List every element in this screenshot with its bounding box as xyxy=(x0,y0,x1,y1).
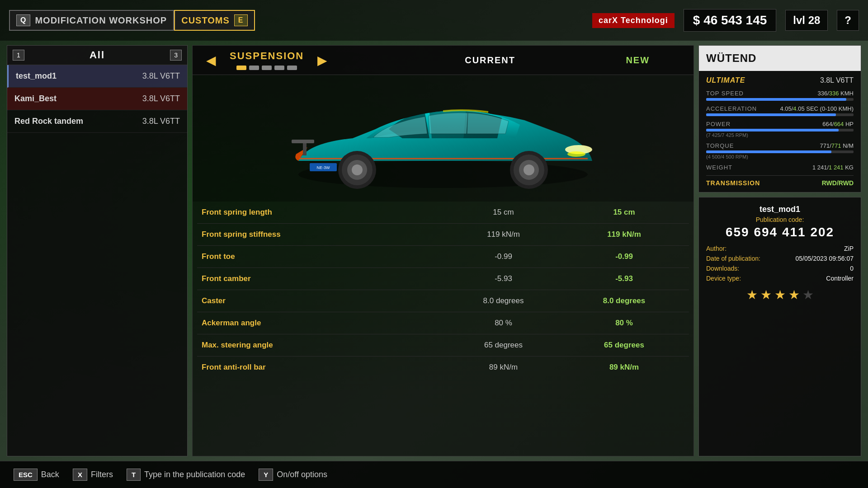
stat-new: 119 kN/m xyxy=(564,230,684,239)
stat-new: 89 kN/m xyxy=(564,363,684,372)
stat-bar-fill xyxy=(706,129,839,131)
stat-line-header: WEIGHT 1 241/1 241 KG xyxy=(706,164,854,171)
svg-rect-11 xyxy=(303,142,307,155)
stat-current: 8.0 degrees xyxy=(443,296,564,305)
stat-bar-fill xyxy=(706,98,846,101)
stat-row: Ackerman angle 80 % 80 % xyxy=(197,312,689,334)
engine-badge: 3.8L V6TT xyxy=(820,76,854,84)
car-list-item[interactable]: Kami_Best3.8L V6TT xyxy=(7,88,187,110)
money-display: $ 46 543 145 xyxy=(684,9,777,32)
stat-label: Front toe xyxy=(202,252,443,261)
level-value: lvl 28 xyxy=(793,14,820,26)
stat-bar-bg xyxy=(706,129,854,131)
center-panel: ◀ SUSPENSION ▶ CURRENT NEW xyxy=(192,45,694,456)
money-value: $ 46 543 145 xyxy=(693,13,767,27)
pub-downloads-row: Downloads: 0 xyxy=(706,265,854,272)
stat-row: Max. steering angle 65 degrees 65 degree… xyxy=(197,334,689,357)
car-name: Red Rock tandem xyxy=(14,117,83,126)
suspension-prev-button[interactable]: ◀ xyxy=(202,53,221,68)
pub-downloads-label: Downloads: xyxy=(706,265,739,272)
car-name: test_mod1 xyxy=(16,71,57,81)
car-image-area: NE-3W xyxy=(193,75,693,202)
level-display: lvl 28 xyxy=(785,10,828,31)
stat-line-name: TOP SPEED xyxy=(706,90,744,97)
stat-line-header: TORQUE 771/771 N/M xyxy=(706,142,854,149)
car-list: test_mod13.8L V6TTKami_Best3.8L V6TTRed … xyxy=(7,65,187,456)
car-engine: 3.8L V6TT xyxy=(142,117,180,126)
bottom-key: Y xyxy=(259,469,273,481)
stat-current: 119 kN/m xyxy=(443,230,564,239)
bottom-action-label: Type in the publication code xyxy=(144,470,245,479)
stat-bar-bg xyxy=(706,150,854,153)
car-list-item[interactable]: Red Rock tandem3.8L V6TT xyxy=(7,110,187,133)
stat-label: Caster xyxy=(202,296,443,305)
stat-current: 65 degrees xyxy=(443,341,564,350)
stat-new: -5.93 xyxy=(564,274,684,283)
workshop-nav-btn[interactable]: Q MODIFICATION WORKSHOP xyxy=(9,10,174,31)
stat-line-value: 1 241/1 241 KG xyxy=(812,164,854,171)
top-right-area: carX Technologi $ 46 543 145 lvl 28 ? xyxy=(592,9,859,32)
stat-new: 8.0 degrees xyxy=(564,296,684,305)
pub-mod-name: test_mod1 xyxy=(706,205,854,214)
help-button[interactable]: ? xyxy=(837,10,859,31)
stat-line-name: WEIGHT xyxy=(706,164,732,171)
stat-new: 15 cm xyxy=(564,208,684,217)
car-engine: 3.8L V6TT xyxy=(142,94,180,103)
stat-line-sub: (7 425/7 425 RPM) xyxy=(706,132,854,138)
suspension-dot xyxy=(287,66,297,70)
bottom-action[interactable]: ESCBack xyxy=(14,469,59,481)
stat-line-header: TOP SPEED 336/336 KMH xyxy=(706,90,854,97)
suspension-dot xyxy=(274,66,284,70)
car-name-display: WÜTEND xyxy=(699,46,861,71)
right-stats-container: TOP SPEED 336/336 KMH ACCELERATION 4.05/… xyxy=(706,90,854,171)
stat-current: -0.99 xyxy=(443,252,564,261)
stat-line-name: ACCELERATION xyxy=(706,105,757,112)
bottom-action[interactable]: YOn/off options xyxy=(259,469,327,481)
transmission-value: RWD/RWD xyxy=(822,179,854,187)
stat-line-name: POWER xyxy=(706,121,731,127)
bottom-action[interactable]: TType in the publication code xyxy=(127,469,245,481)
stat-line-value: 4.05/4.05 SEC (0-100 KMH) xyxy=(780,105,854,112)
col-current-header: CURRENT xyxy=(443,55,537,66)
suspension-dot xyxy=(262,66,272,70)
stat-row: Front toe -0.99 -0.99 xyxy=(197,246,689,268)
bottom-bar: ESCBackXFiltersTType in the publication … xyxy=(0,461,868,488)
stat-label: Max. steering angle xyxy=(202,341,443,350)
right-stat-line: ACCELERATION 4.05/4.05 SEC (0-100 KMH) xyxy=(706,105,854,116)
stat-new: 65 degrees xyxy=(564,341,684,350)
transmission-label: TRANSMISSION xyxy=(706,179,760,187)
main-layout: 1 All 3 test_mod13.8L V6TTKami_Best3.8L … xyxy=(0,41,868,461)
star-icon: ★ xyxy=(788,287,800,302)
customs-nav-btn[interactable]: CUSTOMS E xyxy=(174,10,255,31)
pub-code-label: Publication code: xyxy=(706,216,854,223)
key-1: 1 xyxy=(13,50,24,61)
bottom-action[interactable]: XFilters xyxy=(73,469,113,481)
pub-device-label: Device type: xyxy=(706,275,741,282)
star-icon: ★ xyxy=(760,287,772,302)
svg-text:NE-3W: NE-3W xyxy=(317,165,330,170)
pub-author-label: Author: xyxy=(706,245,726,252)
svg-point-10 xyxy=(524,164,534,175)
suspension-title: SUSPENSION xyxy=(230,50,304,62)
col-new-header: NEW xyxy=(591,55,684,66)
customs-label: CUSTOMS xyxy=(181,15,230,26)
stat-label: Front camber xyxy=(202,274,443,283)
bottom-key: X xyxy=(73,469,87,481)
stat-line-header: ACCELERATION 4.05/4.05 SEC (0-100 KMH) xyxy=(706,105,854,112)
bottom-key: T xyxy=(127,469,141,481)
pub-date-row: Date of publication: 05/05/2023 09:56:07 xyxy=(706,255,854,262)
car-list-item[interactable]: test_mod13.8L V6TT xyxy=(7,65,187,88)
stat-row: Front camber -5.93 -5.93 xyxy=(197,268,689,290)
bottom-action-label: Filters xyxy=(91,470,113,479)
workshop-label: MODIFICATION WORKSHOP xyxy=(35,15,167,26)
e-key: E xyxy=(234,14,248,26)
stat-line-header: POWER 664/664 HP xyxy=(706,121,854,127)
bottom-action-label: Back xyxy=(41,470,59,479)
right-stat-line: WEIGHT 1 241/1 241 KG xyxy=(706,164,854,171)
stat-current: 89 kN/m xyxy=(443,363,564,372)
star-icon: ★ xyxy=(774,287,786,302)
stat-current: -5.93 xyxy=(443,274,564,283)
stat-line-value: 336/336 KMH xyxy=(817,90,854,97)
suspension-next-button[interactable]: ▶ xyxy=(313,53,332,68)
brand-logo: carX Technologi xyxy=(592,13,675,28)
